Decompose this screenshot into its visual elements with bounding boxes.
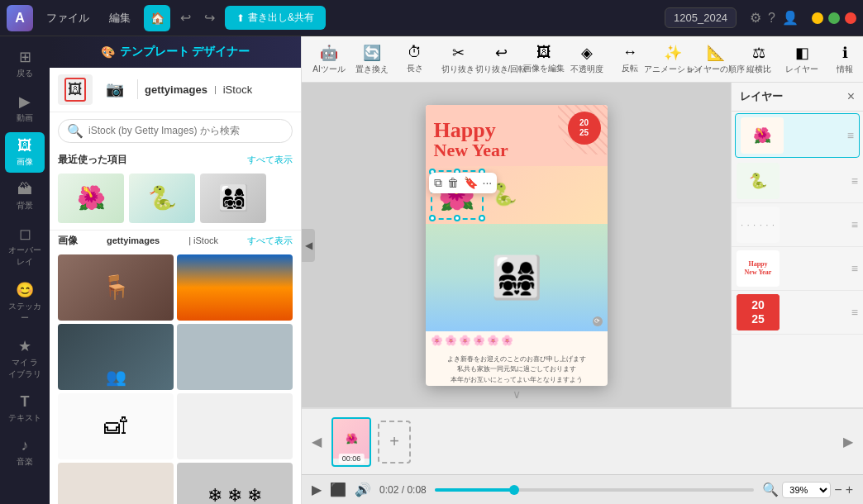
nav-background[interactable]: 🏔 背景	[5, 176, 45, 216]
tab-image-local[interactable]: 🖼	[58, 74, 93, 105]
toolbar-ai[interactable]: 🤖 AIツール	[308, 40, 350, 78]
maximize-button[interactable]	[828, 12, 840, 24]
toolbar-crop[interactable]: ✂ 切り抜き	[437, 40, 479, 78]
progress-bar[interactable]	[435, 488, 755, 492]
layer-text[interactable]: Happy New Year ≡	[732, 247, 863, 291]
zoom-out-icon[interactable]: −	[834, 483, 842, 497]
toolbar-opacity[interactable]: ◈ 不透明度	[566, 40, 608, 78]
nav-library[interactable]: ★ マイ ライブラリ	[5, 332, 45, 385]
card-year-badge: 20 25	[568, 112, 601, 145]
family-photo: 👨‍👩‍👧‍👧	[491, 254, 542, 302]
drag-handle-1[interactable]: ≡	[847, 129, 854, 142]
drag-handle-3[interactable]: ≡	[851, 218, 858, 231]
nav-music[interactable]: ♪ 音楽	[5, 432, 45, 473]
new-year-card[interactable]: Happy New Year 20 25 🌺	[426, 105, 608, 386]
nav-text[interactable]: T テキスト	[5, 388, 45, 429]
right-panel-header: レイヤー ×	[732, 83, 863, 112]
user-avatar[interactable]: 👤	[782, 10, 799, 26]
redo-button[interactable]: ↪	[201, 8, 218, 27]
timeline-scroll[interactable]: 🌺 00:06 +	[331, 417, 833, 467]
tab-image-import[interactable]: 📷	[99, 77, 131, 102]
ft-delete-icon[interactable]: 🗑	[447, 176, 459, 189]
ft-bookmark-icon[interactable]: 🔖	[464, 176, 478, 189]
toolbar-layer-order[interactable]: 📐 レイヤーの順序	[695, 40, 737, 78]
volume-button[interactable]: 🔊	[355, 482, 371, 497]
project-name[interactable]: 1205_2024	[665, 7, 737, 28]
minimize-button[interactable]	[812, 12, 823, 24]
toolbar-length[interactable]: ⏱ 長さ	[394, 40, 436, 78]
save-share-button[interactable]: ⬆ 書き出し&共有	[225, 6, 326, 30]
nav-back[interactable]: ⊞ 戻る	[5, 43, 45, 84]
settings-icon[interactable]: ⚙	[750, 10, 761, 26]
grid-item-3[interactable]: 👥	[58, 324, 174, 390]
drag-handle-2[interactable]: ≡	[851, 174, 858, 188]
grid-item-2[interactable]	[177, 254, 293, 321]
collapse-left-panel[interactable]: ◀	[302, 229, 315, 262]
ft-more-icon[interactable]: ···	[483, 176, 493, 189]
timeline-next[interactable]: ▶	[840, 430, 856, 453]
play-button[interactable]: ▶	[312, 482, 322, 497]
stop-button[interactable]: ⬛	[330, 482, 346, 497]
search-bar[interactable]: 🔍	[58, 119, 293, 143]
zoom-select[interactable]: 39% 50% 75% 100%	[782, 482, 831, 498]
toolbar-rotate[interactable]: ↩ 切り抜き/回転	[480, 40, 522, 78]
nav-sticker[interactable]: 😊 ステッカー	[5, 276, 45, 329]
recent-item-family[interactable]: 👨‍👩‍👧‍👦	[200, 174, 266, 223]
flip-label: 反転	[622, 63, 638, 74]
toolbar-info[interactable]: ℹ 情報	[824, 40, 863, 78]
sticker-icon: 😊	[16, 281, 34, 299]
thumb-slide-1[interactable]: 🌺 00:06	[331, 417, 371, 467]
scroll-down-indicator[interactable]: ∨	[513, 388, 521, 401]
see-all-images[interactable]: すべて表示	[247, 235, 293, 247]
grid-item-6[interactable]	[177, 393, 293, 459]
zoom-out-button[interactable]: 🔍	[762, 482, 779, 497]
recent-label: 最近使った項目	[58, 153, 127, 167]
text-icon: T	[21, 393, 30, 411]
toolbar-replace[interactable]: 🔄 置き換え	[351, 40, 393, 78]
rotate-icon: ↩	[495, 44, 508, 62]
help-icon[interactable]: ?	[768, 11, 775, 26]
recent-item-snake[interactable]: 🐍	[129, 174, 195, 223]
menu-edit[interactable]: 編集	[103, 7, 137, 29]
nav-text-label: テキスト	[8, 412, 41, 424]
layer-snake[interactable]: 🐍 ≡	[732, 159, 863, 203]
nav-overlay[interactable]: ◻ オーバーレイ	[5, 220, 45, 273]
progress-dot[interactable]	[509, 485, 519, 495]
layer-camellia[interactable]: 🌺 ≡	[735, 113, 860, 158]
canvas-container[interactable]: ◀ Happy New Year 20 25	[302, 83, 731, 407]
nav-image[interactable]: 🖼 画像	[5, 132, 45, 173]
see-all-recent[interactable]: すべて表示	[247, 154, 293, 166]
ft-copy-icon[interactable]: ⧉	[434, 176, 442, 190]
search-input[interactable]	[88, 125, 284, 136]
drag-handle-5[interactable]: ≡	[851, 306, 858, 319]
timeline-prev[interactable]: ◀	[308, 430, 325, 453]
handle-br[interactable]	[479, 215, 485, 221]
close-button[interactable]	[845, 12, 856, 24]
handle-bl[interactable]	[429, 215, 436, 221]
replace-icon: 🔄	[363, 44, 381, 62]
add-slide-button[interactable]: +	[378, 421, 411, 464]
grid-item-7[interactable]	[58, 463, 174, 504]
grid-item-1[interactable]: 🪑	[58, 254, 174, 321]
home-button[interactable]: 🏠	[144, 5, 170, 31]
toolbar-edit-image[interactable]: 🖼 画像を編集	[523, 40, 565, 78]
grid-item-4[interactable]	[177, 324, 293, 390]
cherry-row: 🌸 🌸 🌸 🌸 🌸 🌸	[426, 331, 608, 349]
undo-button[interactable]: ↩	[177, 8, 194, 27]
zoom-in-icon[interactable]: +	[846, 483, 853, 497]
layer-dots[interactable]: · · · · · · ≡	[732, 203, 863, 247]
crop-label: 切り抜き	[441, 64, 474, 75]
grid-item-8[interactable]: ❄ ❄ ❄	[177, 463, 293, 504]
recent-item-camellia[interactable]: 🌺	[58, 174, 124, 223]
rotate-handle[interactable]: ⟳	[593, 316, 603, 326]
toolbar-aspect[interactable]: ⚖ 縦横比	[738, 40, 780, 78]
handle-bm[interactable]	[454, 215, 460, 221]
menu-file[interactable]: ファイル	[40, 7, 96, 29]
nav-video[interactable]: ▶ 動画	[5, 88, 45, 129]
grid-item-5[interactable]: 🛋	[58, 393, 174, 459]
getty-small: gettyimages	[107, 235, 160, 245]
toolbar-layers[interactable]: ◧ レイヤー	[781, 40, 822, 78]
layer-year[interactable]: 20 25 ≡	[732, 291, 863, 335]
drag-handle-4[interactable]: ≡	[851, 262, 858, 275]
close-panel-button[interactable]: ×	[847, 89, 855, 104]
